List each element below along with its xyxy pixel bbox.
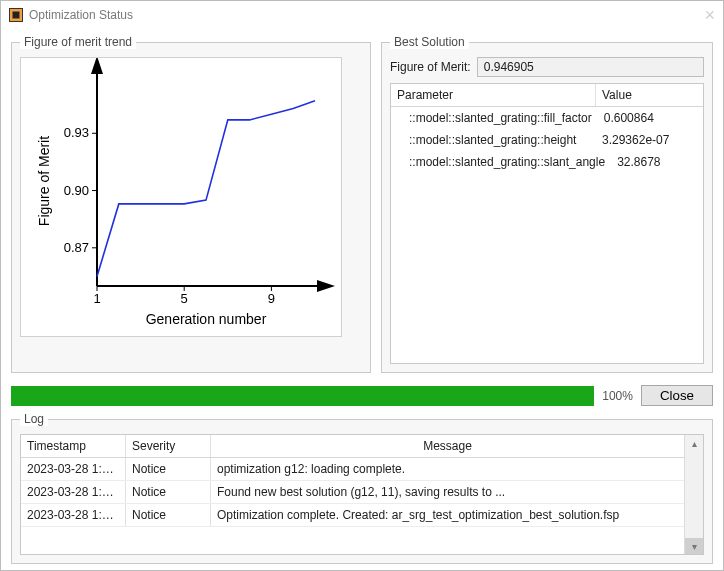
param-value: 3.29362e-07 — [596, 129, 703, 151]
param-row[interactable]: ::model::slanted_grating::height3.29362e… — [391, 129, 703, 151]
log-panel: Log Timestamp Severity Message 2023-03-2… — [11, 412, 713, 564]
svg-text:Figure of Merit: Figure of Merit — [36, 136, 52, 226]
svg-text:1: 1 — [93, 291, 100, 306]
close-button[interactable]: Close — [641, 385, 713, 406]
fom-trend-chart: 1590.870.900.93Generation numberFigure o… — [20, 57, 342, 337]
figure-of-merit-trend-panel: Figure of merit trend 1590.870.900.93Gen… — [11, 35, 371, 373]
fom-value-field: 0.946905 — [477, 57, 704, 77]
svg-text:9: 9 — [268, 291, 275, 306]
log-scrollbar[interactable]: ▴ ▾ — [684, 435, 703, 554]
param-name: ::model::slanted_grating::fill_factor — [391, 107, 598, 129]
log-legend: Log — [20, 412, 48, 426]
parameters-table: Parameter Value ::model::slanted_grating… — [390, 83, 704, 364]
trend-legend: Figure of merit trend — [20, 35, 136, 49]
optimization-status-window: Optimization Status × Figure of merit tr… — [0, 0, 724, 571]
param-row[interactable]: ::model::slanted_grating::fill_factor0.6… — [391, 107, 703, 129]
param-value: 0.600864 — [598, 107, 703, 129]
titlebar[interactable]: Optimization Status × — [1, 1, 723, 29]
scroll-down-icon[interactable]: ▾ — [685, 538, 703, 554]
log-row[interactable]: 2023-03-28 1:04...NoticeFound new best s… — [21, 481, 684, 504]
log-message: optimization g12: loading complete. — [211, 458, 684, 480]
best-legend: Best Solution — [390, 35, 469, 49]
svg-rect-1 — [13, 12, 20, 19]
log-severity: Notice — [126, 458, 211, 480]
log-row[interactable]: 2023-03-28 1:04...NoticeOptimization com… — [21, 504, 684, 527]
progress-percent: 100% — [602, 389, 633, 403]
log-timestamp: 2023-03-28 1:04... — [21, 481, 126, 503]
log-message: Optimization complete. Created: ar_srg_t… — [211, 504, 684, 526]
param-header-value[interactable]: Value — [596, 84, 703, 106]
fom-label: Figure of Merit: — [390, 60, 471, 74]
param-header-parameter[interactable]: Parameter — [391, 84, 596, 106]
svg-text:0.87: 0.87 — [64, 240, 89, 255]
scroll-up-icon[interactable]: ▴ — [688, 435, 700, 451]
param-name: ::model::slanted_grating::height — [391, 129, 596, 151]
close-icon[interactable]: × — [704, 5, 715, 26]
param-value: 32.8678 — [611, 151, 703, 173]
log-severity: Notice — [126, 504, 211, 526]
log-message: Found new best solution (g12, 11), savin… — [211, 481, 684, 503]
log-row[interactable]: 2023-03-28 1:04...Noticeoptimization g12… — [21, 458, 684, 481]
log-header-message[interactable]: Message — [211, 435, 684, 457]
svg-text:0.90: 0.90 — [64, 183, 89, 198]
svg-text:5: 5 — [181, 291, 188, 306]
log-header-severity[interactable]: Severity — [126, 435, 211, 457]
title-text: Optimization Status — [29, 8, 133, 22]
param-row[interactable]: ::model::slanted_grating::slant_angle32.… — [391, 151, 703, 173]
log-timestamp: 2023-03-28 1:04... — [21, 458, 126, 480]
app-icon — [9, 8, 23, 22]
log-timestamp: 2023-03-28 1:04... — [21, 504, 126, 526]
svg-text:Generation number: Generation number — [146, 311, 267, 327]
log-severity: Notice — [126, 481, 211, 503]
progress-bar — [11, 386, 594, 406]
best-solution-panel: Best Solution Figure of Merit: 0.946905 … — [381, 35, 713, 373]
svg-text:0.93: 0.93 — [64, 125, 89, 140]
log-header-timestamp[interactable]: Timestamp — [21, 435, 126, 457]
param-name: ::model::slanted_grating::slant_angle — [391, 151, 611, 173]
